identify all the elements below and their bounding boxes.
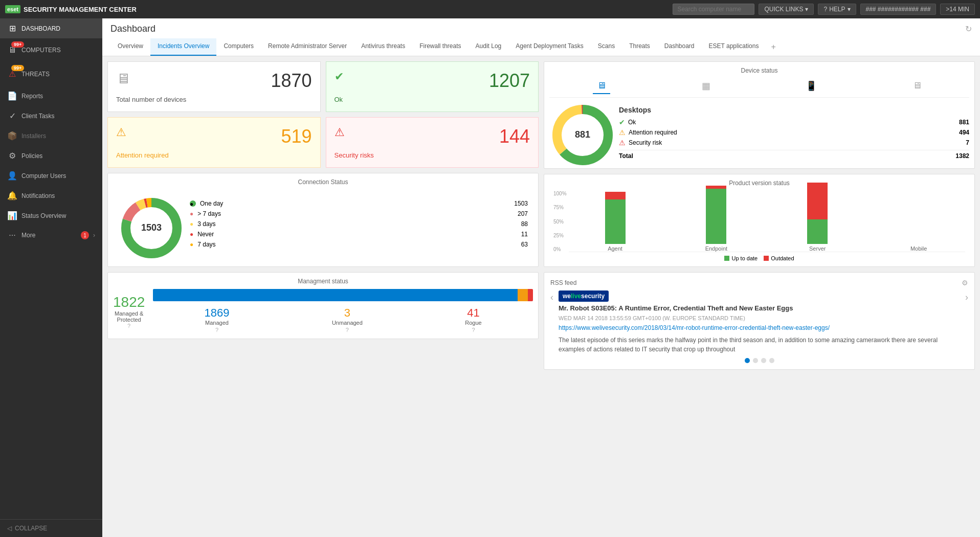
7days-plus-value: 207 — [518, 210, 528, 217]
more-badge: 1 — [81, 231, 89, 239]
3days-label: 3 days — [197, 220, 215, 228]
rss-dot-1[interactable] — [745, 358, 750, 363]
sidebar-label-more: More — [21, 232, 35, 239]
device-category-title: Desktops — [619, 106, 969, 114]
quick-links-button[interactable]: QUICK LINKS ▾ — [759, 4, 814, 15]
device-attention-label: Attention required — [629, 129, 677, 136]
threats-badge: 99+ — [11, 65, 24, 71]
sidebar-item-dashboard[interactable]: ⊞ DASHBOARD — [0, 18, 102, 38]
device-tab-server[interactable]: ▦ — [698, 78, 715, 94]
sidebar-item-threats[interactable]: ⚠ THREATS 99+ — [0, 62, 102, 86]
rss-dot-2[interactable] — [753, 358, 758, 363]
rss-prev-arrow[interactable]: ‹ — [550, 292, 553, 354]
connection-legend: ● One day 1503 ● > 7 days 207 ● — [190, 200, 528, 251]
device-status-title: Device status — [549, 67, 969, 74]
device-risk-icon: ⚠ — [619, 139, 626, 147]
sidebar-item-more[interactable]: ··· More 1 › — [0, 226, 102, 245]
bar-server-green — [807, 219, 828, 244]
mgmt-number: 1822 — [113, 294, 145, 310]
quick-links-label: QUICK LINKS — [764, 6, 803, 13]
attention-number: 519 — [281, 126, 311, 147]
outdated-label: Outdated — [771, 255, 794, 261]
bar-server-red — [807, 183, 828, 219]
tab-computers[interactable]: Computers — [216, 38, 261, 56]
up-to-date-label: Up to date — [731, 255, 758, 261]
security-risks-label: Security risks — [335, 151, 530, 159]
device-ok-item: ✔ Ok 881 — [619, 118, 969, 126]
tab-dashboard[interactable]: Dashboard — [657, 38, 702, 56]
rss-dot-4[interactable] — [769, 358, 774, 363]
mgmt-bar-red — [528, 289, 533, 301]
device-tab-desktop[interactable]: 🖥 — [593, 78, 610, 94]
tab-audit-log[interactable]: Audit Log — [469, 38, 509, 56]
rss-body: welivesecurity Mr. Robot S03E05: A Runti… — [559, 292, 960, 354]
tab-firewall[interactable]: Firewall threats — [412, 38, 468, 56]
connection-center-label: 1503 — [141, 222, 162, 233]
y-label-75: 75% — [553, 205, 567, 210]
mgmt-help-icon[interactable]: ? — [127, 323, 130, 329]
collapse-label: COLLAPSE — [15, 525, 47, 532]
tab-remote-admin[interactable]: Remote Administrator Server — [261, 38, 354, 56]
device-tab-mobile[interactable]: 📱 — [801, 78, 821, 94]
tab-overview[interactable]: Overview — [110, 38, 150, 56]
sidebar-collapse-button[interactable]: ◁ COLLAPSE — [0, 519, 102, 537]
7days-dot: ● — [190, 241, 193, 248]
sidebar-label-computers: COMPUTERS — [21, 47, 61, 54]
tab-agent-deployment[interactable]: Agent Deployment Tasks — [508, 38, 591, 56]
tab-eset-apps[interactable]: ESET applications — [702, 38, 766, 56]
rss-settings-icon[interactable]: ⚙ — [962, 279, 968, 287]
managed-help-icon[interactable]: ? — [215, 327, 218, 333]
rss-pagination-dots — [550, 358, 968, 363]
device-total-num: 1382 — [955, 152, 969, 160]
bar-agent: Agent — [569, 192, 662, 252]
sidebar-item-status-overview[interactable]: 📊 Status Overview — [0, 206, 102, 226]
more-icon: ··· — [7, 231, 17, 240]
unmanaged-help-icon[interactable]: ? — [346, 327, 349, 333]
topbar-right: QUICK LINKS ▾ ? HELP ▾ ### ############ … — [673, 4, 975, 15]
rogue-help-icon[interactable]: ? — [472, 327, 475, 333]
notifications-icon: 🔔 — [7, 191, 17, 200]
topbar: eset SECURITY MANAGEMENT CENTER QUICK LI… — [0, 0, 980, 18]
refresh-icon[interactable]: ↻ — [965, 24, 972, 34]
mgmt-rogue-num: 41 — [465, 306, 481, 320]
device-ok-label: Ok — [628, 119, 636, 126]
tab-add-button[interactable]: + — [766, 38, 781, 56]
tab-scans[interactable]: Scans — [591, 38, 622, 56]
tab-incidents-overview[interactable]: Incidents Overview — [150, 38, 216, 56]
legend-one-day: ● One day 1503 — [190, 200, 528, 207]
y-label-50: 50% — [553, 219, 567, 225]
total-devices-header: 🖥 1870 — [116, 70, 312, 92]
top-stats: 🖥 1870 Total number of devices ✔ 1207 Ok — [107, 61, 539, 112]
sidebar-label-reports: Reports — [21, 93, 43, 100]
rss-article-text: The latest episode of this series marks … — [559, 335, 960, 354]
device-attention-item: ⚠ Attention required 494 — [619, 128, 969, 137]
ok-icon: ✔ — [335, 70, 344, 83]
device-tab-virtual[interactable]: 🖥 — [908, 78, 926, 94]
sidebar-label-policies: Policies — [21, 152, 42, 160]
sidebar-item-computers[interactable]: 🖥 COMPUTERS 99+ — [0, 38, 102, 62]
rss-logo-wrapper: welivesecurity — [559, 292, 960, 300]
sidebar-item-reports[interactable]: 📄 Reports — [0, 86, 102, 106]
rss-article-link[interactable]: https://www.welivesecurity.com/2018/03/1… — [559, 324, 960, 331]
sidebar-item-policies[interactable]: ⚙ Policies — [0, 146, 102, 166]
sidebar-item-notifications[interactable]: 🔔 Notifications — [0, 186, 102, 206]
help-button[interactable]: ? HELP ▾ — [818, 4, 856, 15]
security-risks-number: 144 — [499, 126, 530, 147]
tab-threats[interactable]: Threats — [622, 38, 657, 56]
search-input[interactable] — [673, 4, 754, 15]
sidebar-item-client-tasks[interactable]: ✓ Client Tasks — [0, 106, 102, 126]
client-tasks-icon: ✓ — [7, 111, 17, 121]
sidebar-item-computer-users[interactable]: 👤 Computer Users — [0, 166, 102, 186]
rss-article-title: Mr. Robot S03E05: A Runtime Error, Crede… — [559, 304, 960, 313]
bar-endpoint: Endpoint — [670, 186, 763, 252]
y-label-100: 100% — [553, 191, 567, 196]
left-column: 🖥 1870 Total number of devices ✔ 1207 Ok — [107, 61, 539, 420]
7days-plus-label: > 7 days — [197, 210, 221, 217]
connection-status-content: 1503 ● One day 1503 ● — [113, 190, 533, 261]
tab-antivirus[interactable]: Antivirus threats — [354, 38, 412, 56]
rss-next-arrow[interactable]: › — [965, 292, 968, 354]
connection-donut-svg: 1503 — [118, 195, 185, 261]
sidebar-label-computer-users: Computer Users — [21, 172, 66, 180]
rss-dot-3[interactable] — [761, 358, 766, 363]
mgmt-unmanaged-num: 3 — [332, 306, 363, 320]
